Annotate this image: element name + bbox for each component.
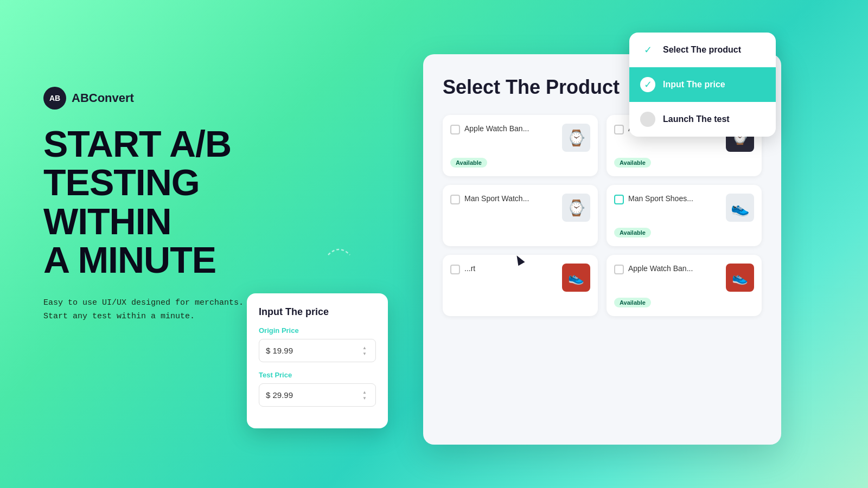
logo-row: AB ABConvert bbox=[43, 87, 288, 110]
product-checkbox-6[interactable] bbox=[614, 265, 624, 274]
test-down-arrow[interactable]: ▼ bbox=[360, 395, 369, 401]
logo-icon: AB bbox=[43, 87, 66, 110]
product-image-6: 👟 bbox=[726, 264, 754, 292]
origin-price-arrows[interactable]: ▲ ▼ bbox=[360, 345, 369, 356]
origin-price-label: Origin Price bbox=[259, 326, 376, 335]
available-badge-4: Available bbox=[614, 228, 651, 237]
origin-up-arrow[interactable]: ▲ bbox=[360, 345, 369, 350]
origin-down-arrow[interactable]: ▼ bbox=[360, 351, 369, 356]
product-card-3[interactable]: Man Sport Watch... ⌚ bbox=[443, 185, 598, 246]
step-3-label: Launch The test bbox=[663, 114, 730, 124]
product-name-5: ...rt bbox=[464, 264, 558, 274]
left-panel: AB ABConvert START A/B TESTING WITHIN A … bbox=[43, 87, 288, 324]
product-image-5: 👟 bbox=[562, 264, 590, 292]
stepper-step-1: ✓ Select The product bbox=[629, 33, 776, 67]
product-image-1: ⌚ bbox=[562, 124, 590, 152]
stepper-panel: ✓ Select The product ✓ Input The price L… bbox=[629, 33, 776, 137]
price-input-card: Input The price Origin Price $ 19.99 ▲ ▼… bbox=[247, 293, 388, 428]
step-3-icon bbox=[640, 112, 655, 127]
origin-price-value: $ 19.99 bbox=[266, 346, 360, 355]
products-grid: Apple Watch Ban... ⌚ Available Apple Wat… bbox=[443, 115, 762, 316]
headline: START A/B TESTING WITHIN A MINUTE bbox=[43, 125, 288, 280]
product-checkbox-1[interactable] bbox=[450, 125, 460, 134]
product-name-3: Man Sport Watch... bbox=[464, 194, 558, 204]
test-price-input[interactable]: $ 29.99 ▲ ▼ bbox=[259, 383, 376, 407]
decorative-dashes bbox=[323, 239, 355, 271]
available-badge-6: Available bbox=[614, 298, 651, 307]
brand-name: ABConvert bbox=[72, 91, 134, 105]
product-name-4: Man Sport Shoes... bbox=[628, 194, 722, 204]
step-2-icon: ✓ bbox=[640, 77, 655, 92]
product-checkbox-2[interactable] bbox=[614, 125, 624, 134]
origin-price-input[interactable]: $ 19.99 ▲ ▼ bbox=[259, 339, 376, 362]
step-2-label: Input The price bbox=[663, 80, 725, 89]
stepper-step-3: Launch The test bbox=[629, 102, 776, 137]
test-price-arrows[interactable]: ▲ ▼ bbox=[360, 389, 369, 401]
product-card-4[interactable]: Man Sport Shoes... 👟 Available bbox=[607, 185, 762, 246]
test-up-arrow[interactable]: ▲ bbox=[360, 389, 369, 395]
product-name-6: Apple Watch Ban... bbox=[628, 264, 722, 274]
product-image-4: 👟 bbox=[726, 194, 754, 222]
product-image-3: ⌚ bbox=[562, 194, 590, 222]
product-card-6[interactable]: Apple Watch Ban... 👟 Available bbox=[607, 255, 762, 316]
step-1-icon: ✓ bbox=[640, 42, 655, 57]
product-checkbox-4[interactable] bbox=[614, 195, 624, 204]
available-badge-1: Available bbox=[450, 158, 487, 168]
available-badge-2: Available bbox=[614, 158, 651, 168]
product-card-1[interactable]: Apple Watch Ban... ⌚ Available bbox=[443, 115, 598, 176]
product-checkbox-3[interactable] bbox=[450, 195, 460, 204]
product-checkbox-5[interactable] bbox=[450, 265, 460, 274]
step-1-label: Select The product bbox=[663, 45, 741, 55]
product-card-5[interactable]: ...rt 👟 bbox=[443, 255, 598, 316]
price-card-title: Input The price bbox=[259, 306, 376, 318]
test-price-value: $ 29.99 bbox=[266, 390, 360, 400]
test-price-label: Test Price bbox=[259, 371, 376, 379]
stepper-step-2: ✓ Input The price bbox=[629, 67, 776, 102]
product-name-1: Apple Watch Ban... bbox=[464, 124, 558, 134]
